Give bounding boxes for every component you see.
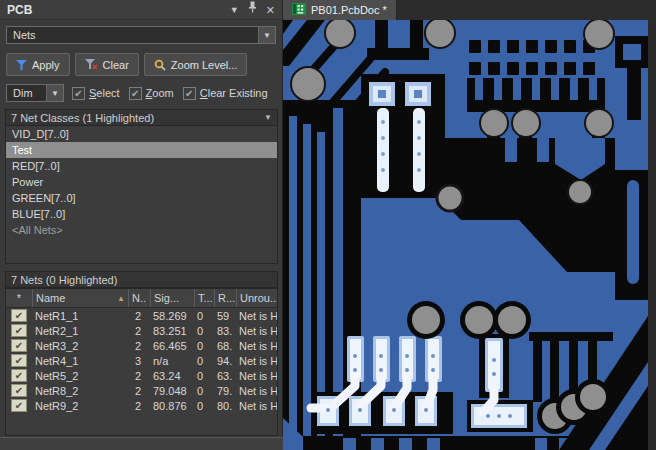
column-header-nodes[interactable]: N.. <box>128 289 150 307</box>
options-row: ✔ Select ✔ Zoom ✔ Clear Existing <box>72 84 282 102</box>
clear-filter-icon <box>85 59 98 70</box>
column-header-unrouted[interactable]: Unrou... <box>236 289 277 307</box>
row-checkbox[interactable]: ✔ <box>11 339 27 352</box>
net-name: NetR2_1 <box>32 325 128 337</box>
table-row[interactable]: ✔ NetR4_1 3 n/a 0 94. Net is Hid <box>6 353 277 368</box>
net-name: NetR9_2 <box>32 400 128 412</box>
row-checkbox[interactable]: ✔ <box>11 369 27 382</box>
dim-mode-select[interactable]: Dim ▼ <box>6 84 64 102</box>
net-classes-header[interactable]: 7 Net Classes (1 Highlighted) ▼ <box>5 109 278 126</box>
list-item-selected[interactable]: Test <box>6 142 277 158</box>
list-item[interactable]: BLUE[7..0] <box>6 206 277 222</box>
altium-window: PCB ▼ ✕ Nets ▼ Apply Clear Zoom Level... <box>0 0 656 450</box>
pcbdoc-icon <box>292 3 306 17</box>
document-tabbar: PB01.PcbDoc * <box>283 0 656 20</box>
panel-titlebar: PCB ▼ ✕ <box>0 0 282 20</box>
table-row[interactable]: ✔ NetR8_2 2 79.048 0 79. Net is Hid <box>6 383 277 398</box>
magnifier-icon <box>154 59 166 71</box>
table-row[interactable]: ✔ NetR1_1 2 58.269 0 59 Net is Hid <box>6 308 277 323</box>
column-header-name[interactable]: Name▲ <box>32 289 128 307</box>
chevron-down-icon: ▼ <box>264 113 272 122</box>
tab-pcbdoc[interactable]: PB01.PcbDoc * <box>283 0 397 20</box>
chevron-down-icon[interactable]: ▼ <box>258 27 275 43</box>
table-row[interactable]: ✔ NetR2_1 2 83.251 0 83. Net is Hid <box>6 323 277 338</box>
pcb-layout <box>283 20 656 450</box>
pcb-panel: PCB ▼ ✕ Nets ▼ Apply Clear Zoom Level... <box>0 0 283 450</box>
chevron-down-icon[interactable]: ▼ <box>46 85 63 101</box>
net-name: NetR8_2 <box>32 385 128 397</box>
panel-title: PCB <box>7 3 221 17</box>
row-checkbox[interactable]: ✔ <box>11 324 27 337</box>
net-name: NetR5_2 <box>32 370 128 382</box>
panel-menu-arrow-icon[interactable]: ▼ <box>230 0 239 20</box>
editor-edge <box>648 20 656 450</box>
net-name: NetR1_1 <box>32 310 128 322</box>
clear-existing-checkbox[interactable]: ✔ Clear Existing <box>183 87 268 100</box>
zoom-level-button[interactable]: Zoom Level... <box>144 53 248 76</box>
sort-asc-icon: ▲ <box>117 294 125 303</box>
nets-table: * Name▲ N.. Sig... T... R... Unrou... ✔ … <box>5 288 278 436</box>
close-icon[interactable]: ✕ <box>266 0 275 20</box>
panel-section-divider[interactable] <box>0 437 283 450</box>
row-checkbox[interactable]: ✔ <box>11 354 27 367</box>
row-checkbox[interactable]: ✔ <box>11 399 27 412</box>
net-name: NetR3_2 <box>32 340 128 352</box>
nets-header: 7 Nets (0 Highlighted) <box>5 271 278 288</box>
apply-button[interactable]: Apply <box>6 53 70 76</box>
browse-mode-value: Nets <box>7 29 258 41</box>
table-row[interactable]: ✔ NetR5_2 2 63.24 0 63. Net is Hid <box>6 368 277 383</box>
zoom-checkbox[interactable]: ✔ Zoom <box>129 87 174 100</box>
nets-table-header: * Name▲ N.. Sig... T... R... Unrou... <box>6 289 277 308</box>
row-checkbox[interactable]: ✔ <box>11 309 27 322</box>
table-row[interactable]: ✔ NetR9_2 2 80.876 0 80. Net is Hid <box>6 398 277 413</box>
column-header-routed[interactable]: R... <box>214 289 236 307</box>
filter-icon <box>16 60 27 70</box>
column-header-signal[interactable]: Sig... <box>150 289 194 307</box>
browse-mode-select[interactable]: Nets ▼ <box>6 26 276 44</box>
pin-icon[interactable] <box>248 0 257 20</box>
table-row[interactable]: ✔ NetR3_2 2 66.465 0 68. Net is Hid <box>6 338 277 353</box>
list-item[interactable]: RED[7..0] <box>6 158 277 174</box>
check-icon: ✔ <box>72 87 85 100</box>
check-icon: ✔ <box>183 87 196 100</box>
panel-toolbar: Apply Clear Zoom Level... <box>6 53 247 76</box>
check-icon: ✔ <box>129 87 142 100</box>
column-header-star[interactable]: * <box>6 289 32 307</box>
net-classes-list: VID_D[7..0] Test RED[7..0] Power GREEN[7… <box>5 126 278 264</box>
list-item[interactable]: Power <box>6 174 277 190</box>
row-checkbox[interactable]: ✔ <box>11 384 27 397</box>
net-name: NetR4_1 <box>32 355 128 367</box>
list-item[interactable]: GREEN[7..0] <box>6 190 277 206</box>
select-checkbox[interactable]: ✔ Select <box>72 87 120 100</box>
list-item[interactable]: VID_D[7..0] <box>6 126 277 142</box>
column-header-t[interactable]: T... <box>194 289 214 307</box>
clear-button[interactable]: Clear <box>75 53 139 76</box>
pcb-editor-canvas[interactable] <box>283 20 656 450</box>
list-item[interactable]: <All Nets> <box>6 222 277 238</box>
document-area: PB01.PcbDoc * <box>283 0 656 450</box>
